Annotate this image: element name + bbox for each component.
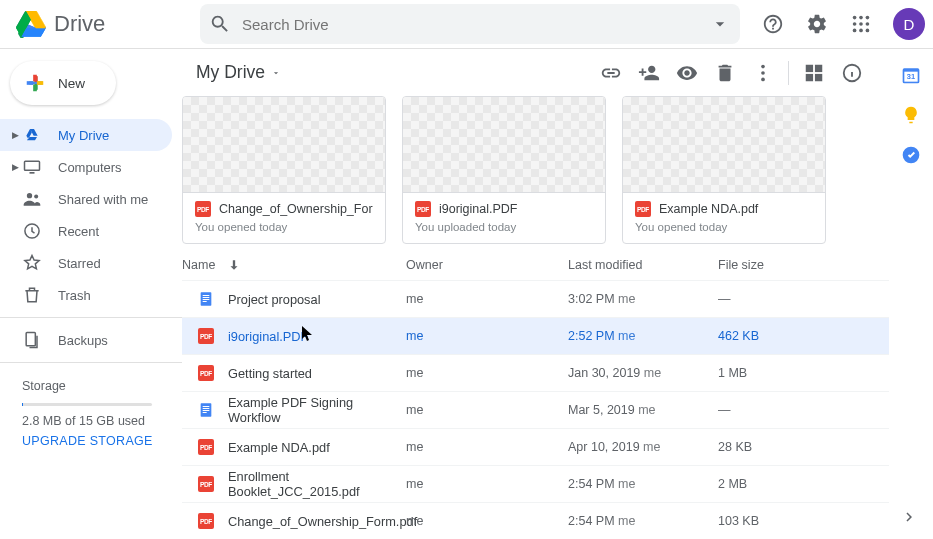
chevron-right-icon: ▶ bbox=[10, 130, 20, 140]
nav: ▶My Drive▶ComputersShared with meRecentS… bbox=[0, 119, 182, 311]
sidebar-item-computers[interactable]: ▶Computers bbox=[0, 151, 172, 183]
svg-point-43 bbox=[761, 77, 765, 81]
trash-icon bbox=[20, 283, 44, 307]
logo[interactable]: Drive bbox=[16, 11, 192, 38]
docs-icon bbox=[198, 402, 214, 418]
file-size: 462 KB bbox=[718, 329, 838, 343]
search-options-icon[interactable] bbox=[708, 12, 732, 36]
table-row[interactable]: Example PDF Signing WorkflowmeMar 5, 201… bbox=[182, 391, 889, 428]
storage-used: 2.8 MB of 15 GB used bbox=[22, 414, 182, 428]
grid-view-button[interactable] bbox=[795, 54, 833, 92]
backups-icon bbox=[20, 328, 44, 352]
svg-rect-52 bbox=[203, 295, 210, 296]
col-name[interactable]: Name bbox=[182, 258, 215, 272]
svg-rect-40 bbox=[26, 333, 35, 346]
file-owner: me bbox=[406, 477, 568, 491]
col-modified[interactable]: Last modified bbox=[568, 258, 718, 272]
breadcrumb[interactable]: My Drive bbox=[188, 58, 289, 87]
storage-bar bbox=[22, 403, 152, 406]
table-row[interactable]: PDFi9original.PDFme2:52 PM me462 KB bbox=[182, 317, 889, 354]
pdf-icon: PDF bbox=[198, 328, 214, 344]
sort-arrow-down-icon bbox=[227, 258, 241, 272]
svg-rect-45 bbox=[815, 64, 822, 71]
topbar-actions bbox=[592, 54, 871, 92]
table-row[interactable]: PDFExample NDA.pdfmeApr 10, 2019 me28 KB bbox=[182, 428, 889, 465]
pdf-icon: PDF bbox=[635, 201, 651, 217]
sidebar-item-shared-with-me[interactable]: Shared with me bbox=[0, 183, 172, 215]
chevron-right-icon: ▶ bbox=[10, 162, 20, 172]
drive-icon bbox=[20, 123, 44, 147]
sidebar-item-label: Backups bbox=[58, 333, 108, 348]
col-size[interactable]: File size bbox=[718, 258, 838, 272]
support-button[interactable] bbox=[753, 4, 793, 44]
file-name: Change_of_Ownership_Form.pdf bbox=[228, 514, 417, 529]
sidebar-item-backups[interactable]: Backups bbox=[0, 324, 172, 356]
sidebar-item-label: Computers bbox=[58, 160, 122, 175]
quick-access-card[interactable]: PDFExample NDA.pdfYou opened today bbox=[622, 96, 826, 244]
table-row[interactable]: PDFChange_of_Ownership_Form.pdfme2:54 PM… bbox=[182, 502, 889, 539]
quick-access-card[interactable]: PDFi9original.PDFYou uploaded today bbox=[402, 96, 606, 244]
file-modified: 2:52 PM me bbox=[568, 329, 718, 343]
svg-point-38 bbox=[34, 195, 38, 199]
file-name: Project proposal bbox=[228, 292, 320, 307]
apps-button[interactable] bbox=[841, 4, 881, 44]
table-row[interactable]: PDFGetting startedmeJan 30, 2019 me1 MB bbox=[182, 354, 889, 391]
remove-button[interactable] bbox=[706, 54, 744, 92]
search-icon[interactable] bbox=[208, 12, 232, 36]
more-actions-button[interactable] bbox=[744, 54, 782, 92]
shared-icon bbox=[20, 187, 44, 211]
table-row[interactable]: Project proposalme3:02 PM me— bbox=[182, 280, 889, 317]
table-row[interactable]: PDFEnrollment Booklet_JCC_2015.pdfme2:54… bbox=[182, 465, 889, 502]
svg-rect-59 bbox=[203, 410, 210, 411]
get-link-button[interactable] bbox=[592, 54, 630, 92]
header-actions: D bbox=[753, 4, 925, 44]
search-input[interactable] bbox=[232, 16, 708, 33]
svg-point-17 bbox=[859, 29, 863, 33]
share-button[interactable] bbox=[630, 54, 668, 92]
pdf-icon: PDF bbox=[198, 365, 214, 381]
quick-access-card[interactable]: PDFChange_of_Ownership_Form.pdfYou opene… bbox=[182, 96, 386, 244]
search-bar[interactable] bbox=[200, 4, 740, 44]
app-name: Drive bbox=[54, 11, 105, 37]
table-header: Name Owner Last modified File size bbox=[182, 258, 889, 280]
svg-point-13 bbox=[853, 22, 857, 26]
svg-rect-33 bbox=[27, 81, 33, 85]
file-name: Enrollment Booklet_JCC_2015.pdf bbox=[228, 469, 406, 499]
hide-side-panel-button[interactable] bbox=[895, 503, 923, 531]
sidebar-item-label: Trash bbox=[58, 288, 91, 303]
avatar[interactable]: D bbox=[893, 8, 925, 40]
svg-rect-55 bbox=[203, 301, 207, 302]
file-name: Getting started bbox=[228, 366, 312, 381]
preview-button[interactable] bbox=[668, 54, 706, 92]
new-button-label: New bbox=[58, 76, 85, 91]
storage-section: Storage 2.8 MB of 15 GB used UPGRADE STO… bbox=[0, 369, 182, 448]
keep-icon[interactable] bbox=[901, 105, 921, 125]
file-name: Example PDF Signing Workflow bbox=[228, 395, 406, 425]
sidebar-item-my-drive[interactable]: ▶My Drive bbox=[0, 119, 172, 151]
svg-rect-58 bbox=[203, 408, 210, 409]
card-title: Change_of_Ownership_Form.pdf bbox=[219, 202, 373, 216]
svg-rect-30 bbox=[33, 75, 37, 81]
card-preview bbox=[183, 97, 385, 192]
file-modified: 2:54 PM me bbox=[568, 514, 718, 528]
svg-rect-60 bbox=[203, 412, 207, 413]
sidebar-item-starred[interactable]: Starred bbox=[0, 247, 172, 279]
upgrade-storage-link[interactable]: UPGRADE STORAGE bbox=[22, 434, 182, 448]
view-details-button[interactable] bbox=[833, 54, 871, 92]
settings-button[interactable] bbox=[797, 4, 837, 44]
sidebar-item-trash[interactable]: Trash bbox=[0, 279, 172, 311]
nav-secondary: Backups bbox=[0, 324, 182, 356]
card-subtitle: You opened today bbox=[635, 221, 813, 233]
file-size: 2 MB bbox=[718, 477, 838, 491]
sidebar-item-recent[interactable]: Recent bbox=[0, 215, 172, 247]
file-name: Example NDA.pdf bbox=[228, 440, 330, 455]
col-owner[interactable]: Owner bbox=[406, 258, 568, 272]
svg-point-37 bbox=[27, 193, 32, 198]
new-button[interactable]: New bbox=[10, 61, 116, 105]
svg-point-10 bbox=[853, 16, 857, 20]
file-owner: me bbox=[406, 366, 568, 380]
sidebar-item-label: My Drive bbox=[58, 128, 109, 143]
file-size: 28 KB bbox=[718, 440, 838, 454]
calendar-icon[interactable]: 31 bbox=[901, 65, 921, 85]
tasks-icon[interactable] bbox=[901, 145, 921, 165]
